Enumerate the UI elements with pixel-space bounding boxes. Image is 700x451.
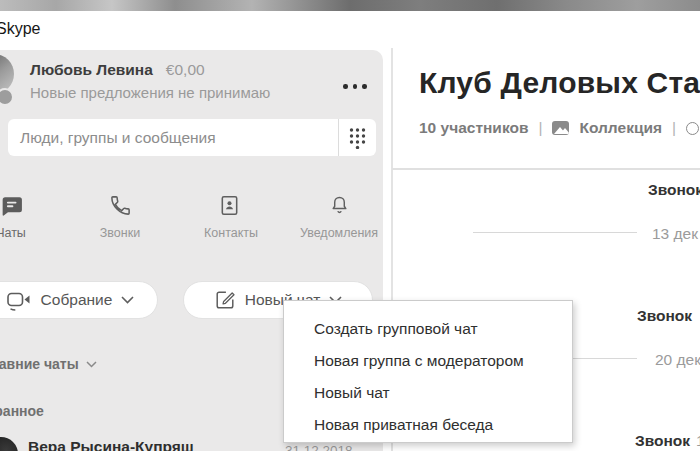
meet-now-label: Собрание [41,291,113,309]
call-event[interactable]: Звонок [648,181,700,199]
tab-notifications-label: Уведомления [299,226,379,240]
header-divider [392,168,700,170]
participants-count[interactable]: 10 участников [419,119,528,137]
background-photo-strip [0,0,700,11]
chevron-down-icon [121,296,134,304]
call-event-label: Звонок [637,307,692,324]
collection-link[interactable]: Коллекция [579,119,662,137]
section-recent-chats[interactable]: Недавние чаты [0,356,97,372]
phone-icon [95,194,145,220]
chat-list-item-name[interactable]: Вера Рысина-Купряш [28,438,194,451]
favorites-label: Избранное [0,403,44,419]
tab-chats-label: Чаты [0,226,36,240]
search-box[interactable]: Люди, группы и сообщения [8,119,376,156]
video-camera-icon [6,289,32,311]
date-separator: 20 дек [655,351,700,369]
chat-icon [0,194,36,220]
profile-status: Новые предложения не принимаю [30,84,270,101]
tab-contacts[interactable]: Контакты [204,194,254,240]
meet-now-button[interactable]: Собрание [0,281,158,319]
edit-icon [214,289,236,311]
search-input[interactable]: Люди, группы и сообщения [20,119,216,156]
section-favorites[interactable]: Избранное [0,403,44,419]
separator: | [538,119,542,137]
conversation-title[interactable]: Клуб Деловых Ста [419,66,700,100]
profile-name[interactable]: Любовь Левина€0,00 [30,61,205,79]
dialpad-button[interactable] [339,119,376,156]
dialpad-icon [348,127,367,149]
menu-item-new-private-conversation[interactable]: Новая приватная беседа [284,409,572,441]
new-chat-dropdown-menu: Создать групповой чат Новая группа с мод… [283,300,573,443]
recent-chats-label: Недавние чаты [0,356,79,372]
more-options-button[interactable] [343,84,367,89]
gallery-icon [552,121,569,135]
separator: | [672,119,676,137]
menu-item-new-chat[interactable]: Новый чат [284,377,572,409]
profile-name-text: Любовь Левина [30,61,153,78]
account-balance[interactable]: €0,00 [166,61,205,78]
chat-list-item-date: 31.12.2018 [285,443,353,451]
call-event-label: Звонок [648,181,700,198]
conversation-subheader: 10 участников | Коллекция | [419,118,699,138]
app-title: Skype [0,20,40,38]
call-event-time: 1 [696,432,700,449]
call-event[interactable]: Звонок1 [635,432,700,450]
tab-chats[interactable]: Чаты [0,194,36,240]
chevron-down-icon [86,361,97,368]
tab-contacts-label: Контакты [204,226,254,240]
menu-item-new-moderated-group[interactable]: Новая группа с модератором [284,345,572,377]
date-separator: 13 дек [652,225,698,243]
date-separator-line [473,232,637,233]
bell-icon [299,194,379,220]
call-event[interactable]: Звонок [637,307,692,325]
call-event-label: Звонок [635,432,690,449]
tab-notifications[interactable]: Уведомления [299,194,379,240]
tab-calls-label: Звонки [95,226,145,240]
search-icon[interactable] [686,122,699,135]
tab-calls[interactable]: Звонки [95,194,145,240]
menu-item-create-group-chat[interactable]: Создать групповой чат [284,313,572,345]
skype-window: Skype Любовь Левина€0,00 Новые предложен… [0,0,700,451]
contacts-icon [204,194,254,220]
